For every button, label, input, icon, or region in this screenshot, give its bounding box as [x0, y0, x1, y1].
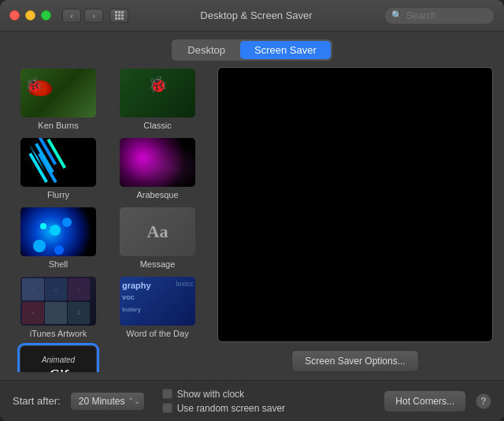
ss-item-word-of-day[interactable]: graphyvocbulary lexicc Word of the Day — [110, 275, 205, 340]
grid-icon — [115, 11, 124, 20]
minimize-button[interactable] — [25, 10, 35, 20]
search-box[interactable]: 🔍 — [384, 7, 495, 24]
forward-button[interactable]: › — [84, 9, 103, 23]
tab-desktop[interactable]: Desktop — [173, 41, 239, 59]
duration-select[interactable]: 1 Minute 5 Minutes 10 Minutes 20 Minutes… — [70, 392, 145, 411]
ss-label-message: Message — [140, 259, 176, 269]
window: ‹ › Desktop & Screen Saver 🔍 Desktop Scr… — [0, 0, 504, 421]
checkboxes: Show with clock Use random screen saver — [162, 389, 375, 414]
ss-thumb-flurry — [20, 138, 96, 187]
main-content: Ken Burns Classic Flurry Arabesque — [0, 67, 504, 380]
start-after-label: Start after: — [13, 395, 61, 407]
random-row: Use random screen saver — [162, 403, 375, 414]
ss-item-classic[interactable]: Classic — [110, 67, 205, 132]
ss-item-ken-burns[interactable]: Ken Burns — [11, 67, 106, 132]
nav-buttons: ‹ › — [62, 9, 103, 23]
ss-thumb-message: Aa — [120, 207, 195, 256]
duration-select-wrapper: 1 Minute 5 Minutes 10 Minutes 20 Minutes… — [70, 392, 145, 411]
ss-thumb-classic — [120, 69, 195, 117]
message-preview-text: Aa — [147, 222, 169, 242]
preview-box — [217, 67, 493, 342]
traffic-lights — [9, 10, 51, 20]
ss-label-classic: Classic — [143, 121, 171, 130]
ss-label-flurry: Flurry — [47, 190, 69, 199]
search-icon: 🔍 — [391, 10, 402, 20]
ss-thumb-ken-burns — [20, 69, 96, 117]
bottom-bar: Start after: 1 Minute 5 Minutes 10 Minut… — [0, 380, 504, 421]
show-clock-label: Show with clock — [177, 389, 244, 400]
ss-item-flurry[interactable]: Flurry — [11, 136, 106, 201]
ss-thumb-itunes: ▪ ▪ ▪ ▪ ▪ ♫ — [20, 277, 96, 326]
back-button[interactable]: ‹ — [62, 9, 81, 23]
ss-item-itunes-artwork[interactable]: ▪ ▪ ▪ ▪ ▪ ♫ iTunes Artwork — [11, 275, 106, 340]
ss-label-arabesque: Arabesque — [136, 190, 178, 199]
ss-label-itunes: iTunes Artwork — [30, 329, 87, 338]
ss-item-animated-gif[interactable]: Animated Gif AnimatedGif — [11, 345, 106, 372]
close-button[interactable] — [9, 10, 20, 20]
screensaver-list: Ken Burns Classic Flurry Arabesque — [11, 67, 208, 372]
ss-thumb-arabesque — [120, 138, 195, 187]
ss-label-word: Word of the Day — [126, 329, 188, 338]
show-clock-checkbox[interactable] — [162, 389, 172, 399]
grid-view-button[interactable] — [109, 9, 128, 23]
ss-item-arabesque[interactable]: Arabesque — [110, 136, 205, 201]
ss-item-message[interactable]: Aa Message — [110, 206, 205, 270]
ss-item-shell[interactable]: Shell — [11, 206, 106, 270]
maximize-button[interactable] — [41, 10, 51, 20]
screen-saver-options-button[interactable]: Screen Saver Options... — [291, 350, 418, 372]
screensaver-grid: Ken Burns Classic Flurry Arabesque — [11, 67, 208, 372]
ss-label-ken-burns: Ken Burns — [38, 121, 78, 130]
right-panel: Screen Saver Options... — [217, 67, 493, 372]
tab-area: Desktop Screen Saver — [0, 32, 504, 67]
ss-label-shell: Shell — [49, 259, 68, 269]
titlebar: ‹ › Desktop & Screen Saver 🔍 — [0, 0, 504, 32]
window-title: Desktop & Screen Saver — [128, 9, 384, 21]
help-button[interactable]: ? — [476, 393, 491, 409]
tab-screensaver[interactable]: Screen Saver — [240, 41, 331, 59]
hot-corners-button[interactable]: Hot Corners... — [384, 390, 466, 412]
random-checkbox[interactable] — [162, 403, 172, 413]
random-label: Use random screen saver — [177, 403, 285, 414]
show-clock-row: Show with clock — [162, 389, 375, 400]
search-input[interactable] — [406, 10, 487, 21]
ss-thumb-gif: Animated Gif — [20, 346, 96, 372]
tab-group: Desktop Screen Saver — [172, 39, 332, 61]
ss-thumb-shell — [20, 207, 96, 256]
ss-thumb-word: graphyvocbulary lexicc — [120, 277, 195, 326]
